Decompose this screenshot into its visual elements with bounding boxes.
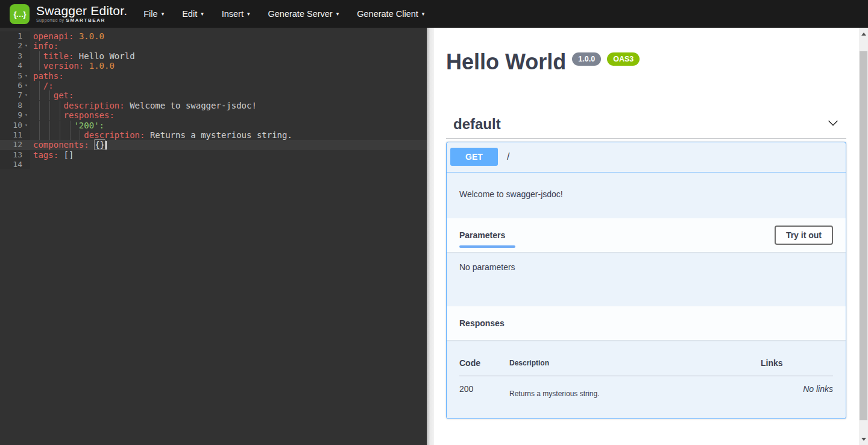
scroll-up-arrow-icon[interactable] (859, 28, 868, 40)
token-plain: [] (58, 150, 74, 160)
token-key: info: (33, 41, 58, 51)
try-it-out-button[interactable]: Try it out (775, 226, 833, 245)
col-header-code: Code (459, 340, 509, 376)
swagger-logo-icon: {…} (10, 4, 30, 24)
line-code: openapi: 3.0.0 (30, 31, 104, 41)
token-str: '200': (74, 121, 104, 130)
menubar: File▾Edit▾Insert▾Generate Server▾Generat… (134, 0, 433, 28)
token-key: description: (64, 101, 125, 110)
line-number: 13 (0, 150, 22, 160)
fold-spacer (22, 51, 30, 61)
line-code: info: (30, 41, 58, 51)
opblock-get: GET / Welcome to swagger-jsdoc! Paramete… (446, 142, 846, 419)
tag-name: default (453, 116, 501, 133)
line-code: paths: (30, 71, 64, 81)
menu-file[interactable]: File▾ (134, 0, 173, 28)
token-num: 1.0.0 (89, 61, 115, 71)
parameters-header: Parameters Try it out (447, 218, 846, 252)
fold-caret-icon[interactable]: ▾ (22, 110, 30, 120)
api-title: Hello World (446, 51, 566, 74)
fold-caret-icon[interactable]: ▾ (22, 41, 30, 51)
tag-section-default[interactable]: default (446, 116, 846, 139)
editor-line-9: 9▾ responses: (0, 110, 427, 120)
caret-down-icon: ▾ (336, 11, 339, 17)
fold-caret-icon[interactable]: ▾ (22, 90, 30, 100)
chevron-down-icon[interactable] (821, 116, 845, 132)
responses-table: Code Description Links 200 Returns a mys… (459, 340, 833, 398)
line-number: 3 (0, 51, 22, 61)
caret-down-icon: ▾ (422, 11, 425, 17)
token-plain (74, 31, 78, 41)
fold-caret-icon[interactable]: ▾ (22, 121, 30, 130)
line-gutter: 10▾ (0, 121, 30, 130)
editor-lines: 1openapi: 3.0.02▾info:3 title: Hello Wor… (0, 31, 427, 169)
fold-spacer (22, 101, 30, 110)
response-links: No links (761, 376, 833, 398)
brand-name: Swagger Editor. (36, 4, 127, 17)
tagline-smartbear: SMARTBEAR (66, 17, 105, 23)
token-key: version: (43, 61, 84, 71)
fold-spacer (22, 130, 30, 140)
responses-header: Responses (447, 306, 846, 340)
fold-caret-icon[interactable]: ▾ (22, 81, 30, 90)
vertical-scrollbar[interactable] (859, 28, 868, 445)
token-ind (33, 101, 64, 110)
swagger-editor-app: {…} Swagger Editor. Supported bySMARTBEA… (0, 0, 868, 445)
token-key: tags: (33, 150, 58, 160)
editor-line-4: 4 version: 1.0.0 (0, 61, 427, 71)
scrollbar-thumb[interactable] (860, 51, 867, 420)
token-ind (33, 90, 54, 100)
menu-insert[interactable]: Insert▾ (213, 0, 259, 28)
line-code: responses: (30, 110, 115, 120)
editor-line-7: 7▾ get: (0, 90, 427, 100)
line-number: 8 (0, 101, 22, 110)
no-parameters-text: No parameters (459, 262, 515, 272)
menu-generate-client[interactable]: Generate Client▾ (348, 0, 433, 28)
menu-generate-server[interactable]: Generate Server▾ (259, 0, 348, 28)
token-key: components: (33, 140, 89, 150)
token-plain (89, 140, 94, 150)
line-gutter: 3 (0, 51, 30, 61)
line-code: components: {} (30, 140, 107, 150)
line-number: 7 (0, 90, 22, 100)
menu-edit[interactable]: Edit▾ (173, 0, 213, 28)
scroll-down-arrow-icon[interactable] (859, 433, 868, 445)
fold-spacer (22, 31, 30, 41)
response-code: 200 (459, 376, 509, 398)
col-header-links: Links (761, 340, 833, 376)
responses-body: Code Description Links 200 Returns a mys… (447, 340, 846, 418)
fold-caret-icon[interactable]: ▾ (22, 71, 30, 81)
line-gutter: 7▾ (0, 90, 30, 100)
editor-line-5: 5▾paths: (0, 71, 427, 81)
token-bracket: {} (94, 139, 105, 150)
editor-line-6: 6▾ /: (0, 81, 427, 90)
caret-down-icon: ▾ (201, 11, 204, 17)
tagline-prefix: Supported by (36, 18, 64, 22)
topbar: {…} Swagger Editor. Supported bySMARTBEA… (0, 0, 868, 28)
token-ind (33, 130, 84, 140)
responses-table-header-row: Code Description Links (459, 340, 833, 376)
method-badge-get: GET (450, 148, 498, 166)
menu-label: File (143, 9, 157, 19)
line-gutter: 14 (0, 160, 30, 169)
version-badge: 1.0.0 (572, 52, 601, 66)
parameters-tab: Parameters (459, 230, 505, 240)
operation-path: / (507, 151, 509, 162)
operation-summary[interactable]: GET / (447, 142, 846, 172)
menu-label: Generate Server (268, 9, 333, 19)
line-gutter: 12 (0, 140, 30, 150)
token-num: 3.0.0 (79, 31, 104, 41)
editor-line-2: 2▾info: (0, 41, 427, 51)
response-row-200: 200 Returns a mysterious string. No link… (459, 376, 833, 398)
line-gutter: 9▾ (0, 110, 30, 120)
line-gutter: 8 (0, 101, 30, 110)
token-key: get: (54, 90, 74, 100)
line-code (30, 160, 33, 169)
pane-splitter[interactable] (427, 28, 434, 445)
yaml-code-editor[interactable]: 1openapi: 3.0.02▾info:3 title: Hello Wor… (0, 28, 427, 445)
line-number: 9 (0, 110, 22, 120)
token-ind (33, 51, 43, 61)
operation-description: Welcome to swagger-jsdoc! (447, 172, 846, 218)
fold-spacer (22, 140, 30, 150)
line-number: 4 (0, 61, 22, 71)
